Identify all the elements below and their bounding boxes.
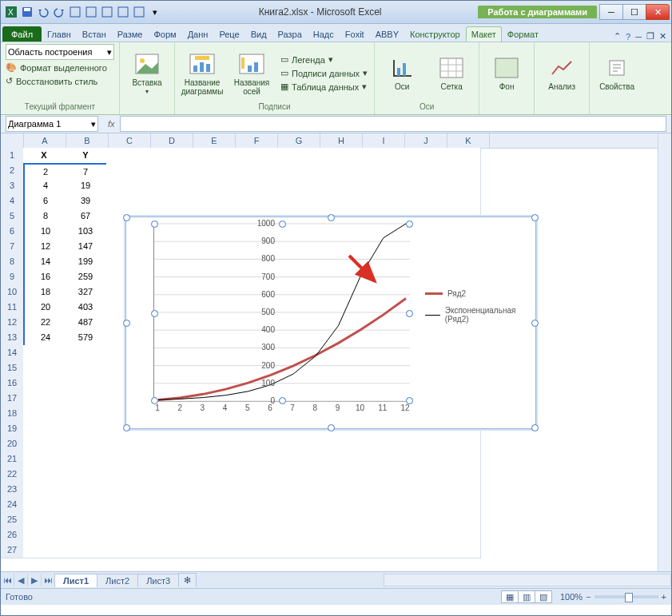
cell[interactable]: 4 bbox=[23, 178, 67, 194]
gridlines-button[interactable]: Сетка bbox=[429, 46, 474, 101]
minimize-button[interactable]: ─ bbox=[599, 4, 623, 20]
cell[interactable] bbox=[148, 451, 190, 467]
close-button[interactable]: ✕ bbox=[646, 4, 670, 20]
row-header[interactable]: 21 bbox=[1, 451, 24, 467]
cell[interactable] bbox=[65, 482, 107, 498]
chart-title-button[interactable]: Название диаграммы bbox=[180, 46, 225, 101]
cell[interactable] bbox=[272, 527, 315, 543]
select-all-corner[interactable] bbox=[1, 133, 24, 148]
cell[interactable]: X bbox=[23, 148, 66, 164]
cell[interactable] bbox=[397, 467, 439, 483]
new-sheet-button[interactable]: ✻ bbox=[178, 573, 197, 587]
row-header[interactable]: 11 bbox=[1, 300, 24, 316]
zoom-in-button[interactable]: + bbox=[662, 592, 666, 602]
cell[interactable] bbox=[439, 163, 481, 179]
cell[interactable]: 18 bbox=[23, 284, 67, 300]
cell[interactable] bbox=[356, 193, 398, 209]
row-header[interactable]: 2 bbox=[1, 163, 24, 179]
cell[interactable] bbox=[65, 512, 107, 528]
cell[interactable] bbox=[65, 391, 107, 407]
cell[interactable] bbox=[189, 436, 232, 452]
resize-handle[interactable] bbox=[531, 424, 539, 431]
cell[interactable] bbox=[23, 376, 66, 391]
row-header[interactable]: 24 bbox=[1, 497, 24, 513]
cell[interactable] bbox=[65, 542, 107, 558]
sheet-tab-1[interactable]: Лист1 bbox=[54, 574, 97, 587]
cell[interactable] bbox=[65, 467, 107, 483]
cell[interactable] bbox=[65, 421, 107, 437]
cell[interactable] bbox=[272, 467, 315, 483]
tab-insert[interactable]: Встан bbox=[77, 26, 112, 42]
cell[interactable] bbox=[23, 527, 66, 543]
cell[interactable] bbox=[231, 512, 273, 528]
cell[interactable] bbox=[272, 451, 315, 467]
cell[interactable] bbox=[439, 467, 481, 483]
cell[interactable] bbox=[65, 345, 107, 361]
cell[interactable] bbox=[148, 193, 190, 209]
axes-button[interactable]: Оси bbox=[380, 46, 424, 101]
fx-label[interactable]: fx bbox=[108, 119, 115, 129]
row-header[interactable]: 25 bbox=[1, 512, 24, 528]
page-layout-view-button[interactable]: ▥ bbox=[518, 590, 535, 603]
cell[interactable] bbox=[439, 451, 481, 467]
cell[interactable] bbox=[231, 436, 273, 452]
col-H[interactable]: H bbox=[320, 133, 363, 148]
cell[interactable] bbox=[65, 451, 107, 467]
cell[interactable] bbox=[356, 163, 398, 179]
row-header[interactable]: 16 bbox=[1, 376, 24, 391]
properties-button[interactable]: Свойства bbox=[594, 46, 639, 101]
cell[interactable] bbox=[439, 527, 481, 543]
doc-minimize-icon[interactable]: ─ bbox=[635, 32, 642, 42]
cell[interactable] bbox=[439, 193, 481, 209]
cell[interactable] bbox=[439, 482, 481, 498]
cell[interactable]: 12 bbox=[23, 239, 67, 255]
resize-handle[interactable] bbox=[123, 424, 130, 431]
row-header[interactable]: 1 bbox=[1, 148, 24, 164]
cell[interactable] bbox=[272, 178, 315, 194]
resize-handle[interactable] bbox=[328, 424, 335, 431]
zoom-out-button[interactable]: − bbox=[586, 592, 590, 602]
cell[interactable] bbox=[272, 148, 315, 164]
cell[interactable] bbox=[356, 542, 398, 558]
cell[interactable] bbox=[189, 163, 232, 179]
cell[interactable]: 147 bbox=[65, 239, 108, 255]
row-header[interactable]: 17 bbox=[1, 391, 24, 407]
cell[interactable] bbox=[272, 497, 315, 513]
qat-icon-1[interactable] bbox=[68, 5, 82, 19]
cell[interactable] bbox=[148, 178, 190, 194]
tab-home[interactable]: Главн bbox=[42, 26, 77, 42]
cell[interactable]: 24 bbox=[23, 330, 67, 347]
cell[interactable] bbox=[23, 421, 66, 437]
insert-button[interactable]: Вставка▾ bbox=[125, 46, 169, 101]
format-selection-button[interactable]: 🎨Формат выделенного bbox=[6, 62, 114, 74]
row-header[interactable]: 23 bbox=[1, 482, 24, 498]
cell[interactable]: 14 bbox=[23, 254, 67, 270]
col-D[interactable]: D bbox=[151, 133, 193, 148]
cell[interactable] bbox=[23, 391, 66, 407]
cell[interactable] bbox=[314, 527, 356, 543]
cell[interactable] bbox=[356, 527, 398, 543]
tab-abby[interactable]: ABBY bbox=[370, 26, 404, 42]
horizontal-scrollbar[interactable] bbox=[384, 574, 671, 586]
tab-view[interactable]: Вид bbox=[245, 26, 272, 42]
tab-dev[interactable]: Разра bbox=[272, 26, 308, 42]
cell[interactable] bbox=[106, 512, 149, 528]
row-header[interactable]: 13 bbox=[1, 330, 24, 346]
tab-foxit[interactable]: Foxit bbox=[340, 26, 370, 42]
cell[interactable] bbox=[65, 360, 107, 376]
cell[interactable] bbox=[397, 163, 439, 179]
cell[interactable] bbox=[439, 497, 481, 513]
cell[interactable] bbox=[356, 482, 398, 498]
cell[interactable] bbox=[65, 406, 107, 422]
cell[interactable] bbox=[189, 527, 232, 543]
cell[interactable] bbox=[397, 512, 439, 528]
col-K[interactable]: K bbox=[447, 133, 490, 148]
cell[interactable] bbox=[189, 497, 232, 513]
row-header[interactable]: 5 bbox=[1, 209, 24, 225]
cell[interactable] bbox=[356, 497, 398, 513]
cell[interactable] bbox=[23, 345, 66, 361]
cell[interactable] bbox=[106, 497, 149, 513]
cell[interactable] bbox=[23, 512, 66, 528]
cell[interactable] bbox=[106, 467, 149, 483]
cell[interactable] bbox=[314, 163, 356, 179]
